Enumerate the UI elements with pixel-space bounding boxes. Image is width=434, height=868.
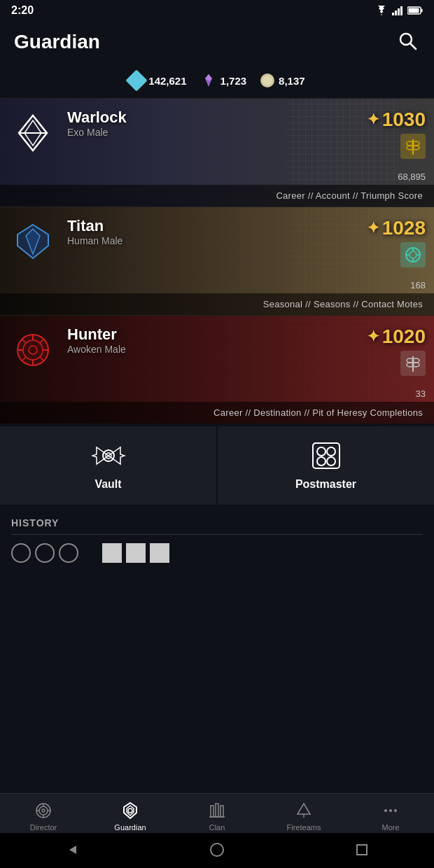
nav-fireteams-label: Fireteams [287, 823, 321, 832]
glimmer-currency: 142,621 [129, 73, 186, 88]
titan-card[interactable]: Titan Human Male ✦ 1028 [0, 206, 434, 315]
wifi-icon [375, 6, 388, 15]
warlock-power: ✦ 1030 [367, 108, 426, 131]
nav-more-label: More [382, 823, 399, 832]
hunter-badge [400, 351, 426, 379]
titan-stat-row: 168 [0, 279, 434, 293]
svg-point-52 [317, 457, 326, 465]
svg-point-53 [327, 457, 335, 465]
titan-stat: 168 [410, 280, 426, 290]
svg-point-51 [327, 447, 335, 456]
svg-point-74 [211, 844, 223, 856]
nav-guardian-label: Guardian [114, 823, 146, 832]
titan-power: ✦ 1028 [367, 217, 426, 239]
history-square-2 [126, 543, 146, 563]
hunter-emblem [8, 326, 57, 374]
fireteams-icon [294, 801, 314, 820]
svg-rect-64 [211, 806, 214, 817]
home-button[interactable] [206, 839, 228, 861]
warlock-symbol [12, 112, 54, 154]
history-preview [11, 535, 423, 566]
postmaster-button[interactable]: Postmaster [218, 426, 434, 505]
warlock-card[interactable]: Warlock Exo Male ✦ 1030 [0, 98, 434, 206]
page-title: Guardian [14, 31, 100, 53]
back-button[interactable] [61, 839, 83, 861]
history-title: HISTORY [11, 517, 423, 535]
history-right-items [102, 543, 169, 563]
legendary-shards-value: 1,723 [220, 75, 247, 87]
signal-icon [392, 6, 403, 15]
titan-emblem [8, 217, 57, 266]
svg-point-71 [389, 809, 392, 812]
currency-row: 142,621 1,723 8,137 [0, 66, 434, 98]
svg-rect-66 [220, 806, 223, 817]
vault-button[interactable]: Vault [0, 426, 216, 505]
history-square-3 [150, 543, 169, 563]
hunter-power-value: 1020 [382, 326, 426, 348]
power-diamond-icon: ✦ [367, 219, 379, 237]
titan-info: Titan Human Male [67, 217, 361, 246]
warlock-stat: 68,895 [398, 172, 426, 182]
svg-rect-22 [400, 242, 426, 267]
nav-director[interactable]: Director [0, 794, 87, 837]
nav-guardian[interactable]: Guardian [87, 794, 174, 837]
hunter-badge-icon [400, 351, 426, 376]
status-icons [375, 6, 423, 15]
hunter-info: Hunter Awoken Male [67, 326, 361, 355]
silver-value: 8,137 [279, 75, 305, 87]
hunter-stat: 33 [416, 388, 426, 399]
warlock-right: ✦ 1030 [367, 108, 426, 162]
search-button[interactable] [395, 28, 420, 56]
warlock-stat-row: 68,895 [0, 170, 434, 185]
svg-point-70 [384, 809, 387, 812]
svg-rect-1 [395, 10, 397, 15]
nav-clan-label: Clan [209, 823, 225, 832]
nav-clan[interactable]: Clan [174, 794, 260, 837]
app-header: Guardian [0, 21, 434, 66]
status-bar: 2:20 [0, 0, 434, 21]
titan-badge-icon [400, 242, 426, 267]
search-icon [398, 31, 417, 50]
warlock-name: Warlock [67, 108, 361, 127]
svg-rect-3 [400, 6, 402, 15]
titan-right: ✦ 1028 [367, 217, 426, 270]
warlock-power-value: 1030 [382, 108, 426, 131]
home-circle-icon [209, 842, 225, 858]
svg-rect-0 [392, 13, 394, 15]
hunter-right: ✦ 1020 [367, 326, 426, 379]
hunter-card[interactable]: Hunter Awoken Male ✦ 1020 [0, 315, 434, 424]
svg-point-48 [107, 455, 109, 457]
svg-rect-65 [216, 804, 218, 817]
android-system-nav [0, 833, 434, 868]
svg-point-50 [317, 447, 326, 456]
svg-rect-2 [398, 8, 400, 15]
svg-rect-6 [409, 8, 419, 13]
titan-badge [400, 242, 426, 270]
svg-marker-68 [298, 804, 310, 814]
titan-symbol [12, 220, 54, 262]
power-diamond-icon: ✦ [367, 111, 379, 129]
history-circle-3 [59, 543, 78, 563]
nav-fireteams[interactable]: Fireteams [260, 794, 347, 837]
recents-button[interactable] [351, 839, 373, 861]
warlock-footer: Career // Account // Triumph Score [0, 185, 434, 206]
warlock-emblem [8, 108, 57, 158]
history-square-1 [102, 543, 122, 563]
silver-icon [260, 74, 274, 88]
director-icon [34, 801, 53, 820]
recents-square-icon [356, 844, 368, 856]
svg-rect-5 [421, 9, 423, 13]
titan-name: Titan [67, 217, 361, 235]
svg-point-72 [394, 809, 397, 812]
battery-icon [407, 6, 423, 15]
nav-more[interactable]: More [347, 794, 434, 837]
warlock-badge [400, 134, 426, 162]
vault-postmaster-section: Vault Postmaster [0, 425, 434, 506]
svg-line-8 [410, 43, 416, 49]
vault-icon [91, 440, 126, 471]
titan-footer: Seasonal // Seasons // Contact Motes [0, 293, 434, 315]
bottom-nav: Director Guardian Clan [0, 793, 434, 837]
hunter-name: Hunter [67, 326, 361, 344]
history-left-items [11, 543, 78, 563]
svg-rect-49 [313, 443, 340, 468]
